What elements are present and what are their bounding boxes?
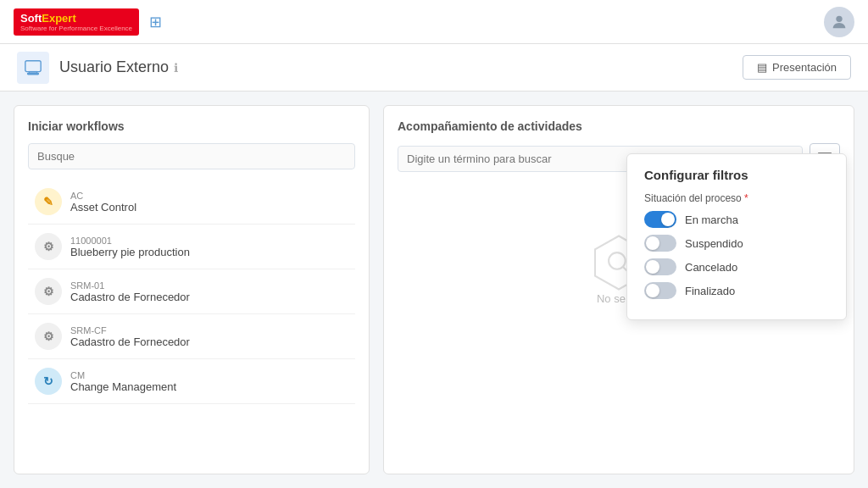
wf-info-cm: CM Change Management: [70, 370, 176, 393]
wf-info-srmcf: SRM-CF Cadastro de Fornecedor: [70, 325, 190, 348]
filter-popup-title: Configurar filtros: [644, 168, 829, 182]
workflows-panel: Iniciar workflows ✎ AC Asset Control ⚙ 1…: [14, 105, 370, 474]
logo: SoftExpert Software for Performance Exce…: [14, 8, 139, 36]
filter-row-finalizado: Finalizado: [644, 282, 829, 299]
svg-rect-3: [28, 73, 39, 74]
section-label-text: Situación del proceso: [644, 192, 742, 204]
wf-icon-srm01: ⚙: [35, 278, 62, 305]
filter-row-en-marcha: En marcha: [644, 211, 829, 228]
workflows-title: Iniciar workflows: [28, 119, 355, 133]
header: SoftExpert Software for Performance Exce…: [0, 0, 868, 44]
subheader-left: Usuario Externo ℹ: [17, 52, 178, 84]
toggle-en-marcha[interactable]: [644, 211, 676, 228]
filter-label-suspendido: Suspendido: [685, 237, 743, 250]
logo-sub-text: Software for Performance Excellence: [20, 25, 132, 32]
wf-code: AC: [70, 191, 136, 201]
presentacion-label: Presentación: [772, 61, 837, 74]
logo-soft-text: Soft: [20, 12, 42, 25]
info-icon[interactable]: ℹ: [174, 61, 178, 75]
filter-row-cancelado: Cancelado: [644, 258, 829, 275]
wf-info-ac: AC Asset Control: [70, 191, 136, 214]
wf-name: Cadastro de Fornecedor: [70, 336, 190, 348]
wf-info-blueberry: 11000001 Blueberry pie production: [70, 236, 190, 258]
wf-icon-srmcf: ⚙: [35, 323, 62, 350]
presentacion-icon: ▤: [757, 61, 767, 74]
wf-icon-blueberry: ⚙: [35, 233, 62, 260]
list-item[interactable]: ⚙ 11000001 Blueberry pie production: [28, 225, 355, 269]
presentacion-button[interactable]: ▤ Presentación: [743, 55, 851, 80]
user-name-label: Usuario Externo: [59, 58, 169, 76]
subheader-title: Usuario Externo ℹ: [59, 58, 178, 76]
list-item[interactable]: ✎ AC Asset Control: [28, 180, 355, 225]
svg-rect-1: [25, 60, 41, 71]
wf-code: CM: [70, 370, 176, 380]
toggle-suspendido[interactable]: [644, 235, 676, 252]
grid-icon[interactable]: ⊞: [149, 13, 162, 31]
workflow-search-input[interactable]: [28, 143, 355, 169]
header-left: SoftExpert Software for Performance Exce…: [14, 8, 162, 36]
filter-section-label: Situación del proceso *: [644, 192, 829, 204]
wf-info-srm01: SRM-01 Cadastro de Fornecedor: [70, 280, 190, 303]
filter-label-finalizado: Finalizado: [685, 285, 735, 297]
wf-name: Asset Control: [70, 201, 136, 214]
wf-code: SRM-CF: [70, 325, 190, 336]
activities-title: Acompañamiento de actividades: [398, 119, 840, 133]
subheader: Usuario Externo ℹ ▤ Presentación: [0, 44, 868, 92]
svg-point-0: [836, 15, 842, 21]
list-item[interactable]: ↻ CM Change Management: [28, 359, 355, 404]
wf-icon-ac: ✎: [35, 188, 62, 215]
wf-name: Change Management: [70, 380, 176, 393]
filter-row-suspendido: Suspendido: [644, 235, 829, 252]
wf-name: Cadastro de Fornecedor: [70, 291, 190, 303]
subheader-icon: [17, 52, 49, 84]
filter-popup: Configurar filtros Situación del proceso…: [626, 153, 847, 320]
list-item[interactable]: ⚙ SRM-CF Cadastro de Fornecedor: [28, 314, 355, 359]
avatar[interactable]: [824, 7, 854, 37]
main-content: Iniciar workflows ✎ AC Asset Control ⚙ 1…: [0, 92, 868, 488]
required-asterisk: *: [742, 192, 748, 204]
activities-panel: Acompañamiento de actividades No se ha C…: [383, 105, 854, 474]
wf-code: SRM-01: [70, 280, 190, 291]
toggle-finalizado[interactable]: [644, 282, 676, 299]
filter-label-en-marcha: En marcha: [685, 214, 738, 226]
logo-expert-text: Expert: [42, 12, 75, 25]
list-item[interactable]: ⚙ SRM-01 Cadastro de Fornecedor: [28, 269, 355, 314]
wf-icon-cm: ↻: [35, 368, 62, 395]
toggle-cancelado[interactable]: [644, 258, 676, 275]
filter-label-cancelado: Cancelado: [685, 261, 737, 274]
wf-name: Blueberry pie production: [70, 246, 190, 258]
wf-code: 11000001: [70, 236, 190, 246]
